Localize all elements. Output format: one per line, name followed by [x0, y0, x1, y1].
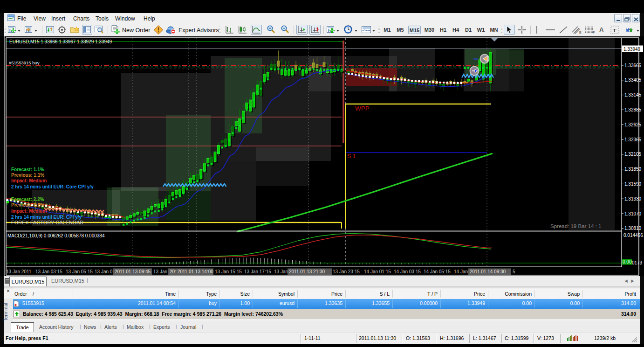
svg-text:MACD(21,100,9) 0.006262 0.0058: MACD(21,100,9) 0.006262 0.005878 0.00038…: [7, 233, 105, 238]
svg-text:13 Jan 17:15: 13 Jan 17:15: [244, 269, 271, 274]
svg-text:1.33665: 1.33665: [624, 63, 642, 68]
svg-text:Impact: Medium: Impact: Medium: [11, 178, 47, 183]
svg-text:1.32365: 1.32365: [624, 137, 642, 142]
svg-text:1.31330: 1.31330: [624, 196, 642, 201]
svg-text:Forecast: 1.1%: Forecast: 1.1%: [11, 167, 44, 172]
svg-text:1.31850: 1.31850: [624, 167, 642, 172]
svg-text:14 Jan 05:15: 14 Jan 05:15: [424, 269, 451, 274]
svg-text:Impact: Medium: Impact: Medium: [11, 208, 47, 214]
svg-text:1.33145: 1.33145: [624, 92, 642, 97]
svg-text:13 Jan 15:15: 13 Jan 15:15: [215, 269, 242, 274]
svg-text:E: E: [579, 31, 582, 34]
svg-text:FOREX FACTORY CALENDAR: FOREX FACTORY CALENDAR: [11, 220, 83, 225]
svg-text:1.30810: 1.30810: [624, 226, 642, 231]
svg-text:S 1: S 1: [347, 153, 356, 160]
svg-text:EURUSD,M15 1.33966 1.33967 1.: EURUSD,M15 1.33966 1.33967 1.33929 1.339…: [9, 39, 112, 44]
svg-text:1.33405: 1.33405: [624, 77, 642, 83]
svg-text:2 hrs 14 mins until EUR: Core: 2 hrs 14 mins until EUR: Core CPI y/y: [11, 184, 94, 189]
svg-text:#51553915 buy: #51553915 buy: [9, 60, 40, 65]
svg-text:13 Jan 07: 13 Jan 07: [95, 269, 115, 274]
svg-text:13 Jan 03:15: 13 Jan 03:15: [35, 269, 62, 274]
svg-text:0.014456: 0.014456: [623, 233, 643, 238]
svg-text:1.31070: 1.31070: [624, 211, 642, 216]
svg-text:1.31590: 1.31590: [624, 181, 642, 187]
svg-text:F: F: [593, 31, 595, 34]
svg-text:1.32885: 1.32885: [624, 107, 642, 112]
svg-text:Forecast: 2.2%: Forecast: 2.2%: [11, 197, 44, 202]
svg-text:1.33949: 1.33949: [623, 47, 641, 52]
svg-text:1.32625: 1.32625: [624, 122, 642, 127]
svg-text:2011.01.13 09:45: 2011.01.13 09:45: [115, 269, 151, 274]
svg-text:Previous: 1.1%: Previous: 1.1%: [11, 173, 44, 178]
svg-text:13 Jan 23:15: 13 Jan 23:15: [333, 269, 360, 274]
svg-text:2011.01.13 21:30: 2011.01.13 21:30: [289, 269, 325, 274]
svg-text:14 Jan 01:15: 14 Jan 01:15: [364, 269, 391, 274]
svg-text:13 Jan 05:15: 13 Jan 05:15: [66, 269, 93, 274]
svg-text:14 Jan 03:15: 14 Jan 03:15: [394, 269, 421, 274]
svg-text:WPP: WPP: [355, 105, 370, 112]
svg-text:Previous: 2.2%: Previous: 2.2%: [11, 202, 44, 208]
svg-text:13 Jan 2011: 13 Jan 2011: [6, 269, 32, 274]
svg-text:Spread: 19 Bar 14 : 1: Spread: 19 Bar 14 : 1: [550, 223, 601, 229]
svg-text:1.32105: 1.32105: [624, 152, 642, 157]
svg-text:2 hrs 14 mins until EUR: CPI y: 2 hrs 14 mins until EUR: CPI y/y: [11, 215, 82, 220]
svg-text:0.00: 0.00: [623, 259, 632, 264]
svg-text:2011.01.14 09:30: 2011.01.14 09:30: [470, 269, 506, 274]
svg-text:5: 5: [513, 269, 515, 274]
svg-text:T: T: [613, 28, 617, 33]
svg-text:20: 2011.01.13 14:00: 20: 2011.01.13 14:00: [170, 269, 213, 274]
